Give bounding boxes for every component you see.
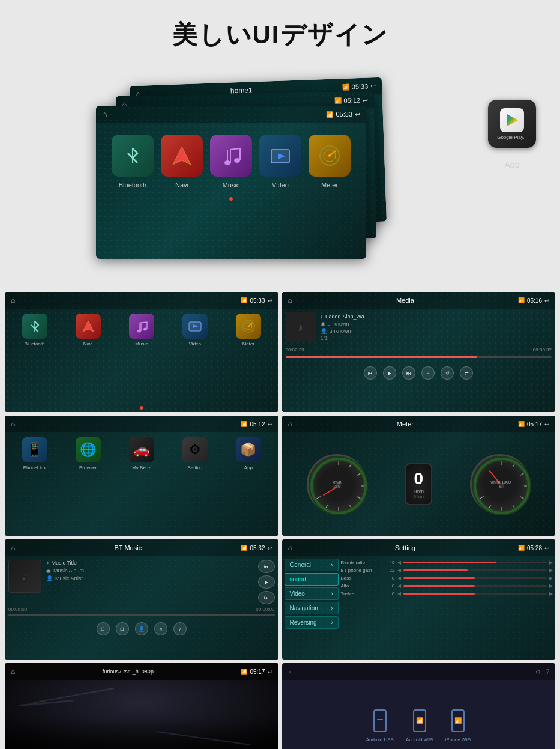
apps2-time: 05:12 — [250, 421, 265, 428]
music-label: Music — [223, 181, 240, 189]
home-icon3: ⌂ — [102, 109, 107, 119]
phonelink-label: PhoneLink — [23, 465, 46, 470]
android-wifi-option[interactable]: 📶 Android WiFi — [406, 709, 433, 742]
panel-home: ⌂ 📶 05:33 ↩ Bluetooth — [5, 292, 278, 412]
bt-play-btn[interactable]: ▶ — [258, 575, 275, 589]
app-app[interactable]: 📦 App — [236, 437, 261, 533]
alto-right-icon: ▶ — [549, 583, 553, 589]
video-label: Video — [272, 181, 289, 189]
video-time: 05:17 — [250, 669, 265, 675]
video-back-icon: ↩ — [268, 669, 272, 675]
svg-line-26 — [350, 505, 352, 508]
bt-ctrl1[interactable]: ⊞ — [97, 622, 110, 635]
svg-line-35 — [513, 464, 515, 467]
pl-settings-icon: ⚙ — [535, 669, 541, 675]
app-bluetooth[interactable]: Bluetooth — [112, 135, 154, 189]
panel-settings: ⌂ Setting 📶 05:28 ↩ General › sound — [282, 539, 556, 660]
app-meter[interactable]: Meter — [309, 135, 351, 189]
btmusic-wifi-icon: 📶 — [241, 545, 247, 551]
mybenz-app[interactable]: 🚗 My Benz — [129, 437, 154, 533]
settings-reversing[interactable]: Reversing › — [285, 616, 339, 629]
svg-line-36 — [520, 473, 524, 476]
treble-value: 0 — [385, 591, 395, 596]
bt-track-artist: Music Artist — [55, 575, 83, 581]
settings-back-icon: ↩ — [544, 545, 549, 551]
phonelink-app[interactable]: 📱 PhoneLink — [22, 437, 47, 533]
media-album-art: ♪ — [286, 312, 316, 342]
prev-btn[interactable]: ⏮ — [364, 366, 377, 380]
media-back-icon: ↩ — [544, 297, 549, 304]
bt-prev-btn[interactable]: ⏮ — [258, 560, 275, 573]
loop-btn[interactable]: ↺ — [441, 366, 454, 380]
bt-elapsed: 00:00:00 — [8, 607, 27, 612]
track-fraction: 1/1 — [321, 335, 364, 341]
btmusic-back-icon: ↩ — [267, 545, 272, 551]
apps2-back-icon: ↩ — [268, 421, 272, 428]
video-home-icon: ⌂ — [11, 667, 15, 676]
svg-line-39 — [513, 505, 515, 508]
svg-point-2 — [234, 158, 240, 163]
remix-left-icon: ◀ — [397, 560, 401, 565]
svg-line-29 — [317, 497, 321, 499]
remix-value: 40 — [385, 560, 395, 565]
svg-point-12 — [143, 328, 147, 331]
settings-video[interactable]: Video › — [285, 587, 339, 600]
settings-general[interactable]: General › — [285, 559, 339, 571]
meter-wifi-icon: 📶 — [518, 421, 525, 427]
video-filename: furious7-tsr1_h1080p — [103, 669, 154, 675]
hero-section: ⌂ home1 📶 05:33 ↩ 🌐 App — [0, 64, 560, 280]
settings-sound[interactable]: sound — [285, 573, 339, 586]
speed-display: 0 km/h 0 km — [405, 463, 432, 505]
svg-line-22 — [350, 464, 352, 467]
app-music[interactable]: Music — [210, 135, 252, 189]
pl-back-icon: ← — [288, 667, 295, 676]
iphone-wifi-option[interactable]: 📶 iPhone WiFi — [445, 709, 471, 742]
time3: 05:33 — [336, 111, 352, 118]
btgain-right-icon: ▶ — [549, 568, 553, 573]
bt-ctrl3[interactable]: 👤 — [135, 622, 148, 635]
small-bluetooth-label: Bluetooth — [25, 341, 45, 347]
right-side-icons: Google Play... App — [488, 100, 536, 169]
meter-back-icon: ↩ — [544, 421, 549, 428]
play-btn[interactable]: ▶ — [383, 366, 396, 380]
settings-time: 05:28 — [527, 545, 542, 551]
wifi3-icon: 📶 — [326, 111, 333, 118]
album-name: unknown — [330, 328, 351, 334]
time2: 05:12 — [343, 97, 360, 104]
svg-line-41 — [489, 505, 491, 508]
android-usb-option[interactable]: Android USB — [366, 709, 394, 742]
screenshot-grid: ⌂ 📶 05:33 ↩ Bluetooth — [0, 292, 560, 749]
small-meter[interactable]: Meter — [236, 314, 261, 401]
bt-ctrl5[interactable]: ♪ — [173, 622, 187, 635]
btmusic-time: 05:32 — [250, 545, 265, 551]
small-navi[interactable]: Navi — [76, 314, 101, 401]
bt-next-btn[interactable]: ⏭ — [258, 591, 275, 604]
settings-navigation[interactable]: Navigation › — [285, 602, 339, 614]
svg-marker-0 — [173, 147, 191, 165]
svg-line-38 — [520, 497, 524, 499]
browser-app[interactable]: 🌐 Browser — [76, 437, 101, 533]
wifi-status-icon: 📶 — [342, 83, 349, 90]
bt-total: 00:00:00 — [256, 607, 274, 612]
shuffle-btn[interactable]: ⇌ — [460, 366, 473, 380]
small-bluetooth[interactable]: Bluetooth — [22, 314, 47, 401]
small-music[interactable]: Music — [129, 314, 154, 401]
bt-ctrl2[interactable]: ⊟ — [116, 622, 129, 635]
alto-value: 0 — [385, 583, 395, 589]
small-video[interactable]: Video — [182, 314, 208, 401]
bt-ctrl4[interactable]: ♬ — [154, 622, 167, 635]
panel-apps2: ⌂ 📶 05:12 ↩ 📱 PhoneLink — [5, 416, 278, 536]
setting-label: Setting — [187, 465, 202, 470]
iphone-wifi-label: iPhone WiFi — [445, 737, 471, 742]
app-navi[interactable]: Navi — [161, 135, 203, 189]
android-wifi-label: Android WiFi — [406, 737, 433, 742]
treble-left-icon: ◀ — [397, 591, 401, 596]
app-video[interactable]: Video — [259, 135, 301, 189]
screen-front: ⌂ 📶 05:33 ↩ — [96, 106, 366, 259]
next-btn[interactable]: ⏭ — [402, 366, 415, 380]
panel-home-back: ↩ — [268, 297, 272, 304]
setting-app[interactable]: ⚙ Setting — [182, 437, 208, 533]
alto-left-icon: ◀ — [397, 583, 401, 589]
list-btn[interactable]: ≡ — [421, 366, 435, 380]
media-elapsed: 00:02:39 — [286, 347, 304, 353]
